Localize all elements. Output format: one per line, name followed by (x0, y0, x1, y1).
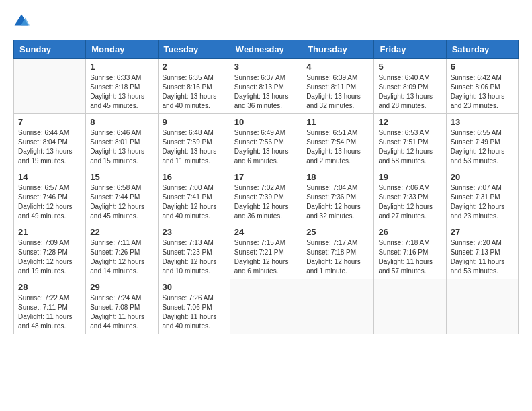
day-info: Sunrise: 7:24 AM Sunset: 7:08 PM Dayligh… (90, 293, 153, 331)
calendar-cell: 14Sunrise: 6:57 AM Sunset: 7:46 PM Dayli… (14, 169, 86, 224)
day-info: Sunrise: 7:20 AM Sunset: 7:13 PM Dayligh… (451, 238, 514, 276)
calendar-cell: 30Sunrise: 7:26 AM Sunset: 7:06 PM Dayli… (158, 279, 230, 334)
column-header-sunday: Sunday (14, 40, 86, 59)
day-number: 19 (378, 172, 441, 182)
day-info: Sunrise: 7:06 AM Sunset: 7:33 PM Dayligh… (378, 183, 441, 221)
calendar-cell: 25Sunrise: 7:17 AM Sunset: 7:18 PM Dayli… (302, 224, 374, 279)
calendar-cell: 6Sunrise: 6:42 AM Sunset: 8:06 PM Daylig… (446, 59, 518, 114)
day-info: Sunrise: 7:13 AM Sunset: 7:23 PM Dayligh… (163, 238, 226, 276)
day-info: Sunrise: 6:42 AM Sunset: 8:06 PM Dayligh… (451, 73, 514, 111)
column-header-saturday: Saturday (446, 40, 518, 59)
logo (13, 13, 32, 30)
day-info: Sunrise: 6:51 AM Sunset: 7:54 PM Dayligh… (306, 128, 369, 166)
day-info: Sunrise: 7:07 AM Sunset: 7:31 PM Dayligh… (451, 183, 514, 221)
calendar-cell: 13Sunrise: 6:55 AM Sunset: 7:49 PM Dayli… (446, 114, 518, 169)
day-number: 11 (306, 117, 369, 127)
day-number: 8 (90, 117, 153, 127)
day-number: 6 (451, 62, 514, 72)
column-header-monday: Monday (86, 40, 158, 59)
day-number: 14 (18, 172, 81, 182)
calendar-cell (302, 279, 374, 334)
column-header-thursday: Thursday (302, 40, 374, 59)
logo-icon (13, 13, 30, 30)
day-number: 4 (306, 62, 369, 72)
calendar-week-row: 21Sunrise: 7:09 AM Sunset: 7:28 PM Dayli… (14, 224, 519, 279)
calendar-cell: 9Sunrise: 6:48 AM Sunset: 7:59 PM Daylig… (158, 114, 230, 169)
day-number: 29 (90, 282, 153, 292)
calendar-cell: 15Sunrise: 6:58 AM Sunset: 7:44 PM Dayli… (86, 169, 158, 224)
calendar-cell: 16Sunrise: 7:00 AM Sunset: 7:41 PM Dayli… (158, 169, 230, 224)
day-number: 12 (378, 117, 441, 127)
column-header-tuesday: Tuesday (158, 40, 230, 59)
day-info: Sunrise: 7:18 AM Sunset: 7:16 PM Dayligh… (378, 238, 441, 276)
day-number: 18 (306, 172, 369, 182)
calendar-cell: 8Sunrise: 6:46 AM Sunset: 8:01 PM Daylig… (86, 114, 158, 169)
day-info: Sunrise: 7:02 AM Sunset: 7:39 PM Dayligh… (234, 183, 298, 221)
calendar-cell: 19Sunrise: 7:06 AM Sunset: 7:33 PM Dayli… (374, 169, 446, 224)
calendar-cell: 21Sunrise: 7:09 AM Sunset: 7:28 PM Dayli… (14, 224, 86, 279)
calendar-cell: 10Sunrise: 6:49 AM Sunset: 7:56 PM Dayli… (230, 114, 302, 169)
calendar-cell (374, 279, 446, 334)
day-info: Sunrise: 6:44 AM Sunset: 8:04 PM Dayligh… (18, 128, 81, 166)
calendar-cell: 26Sunrise: 7:18 AM Sunset: 7:16 PM Dayli… (374, 224, 446, 279)
calendar-cell: 18Sunrise: 7:04 AM Sunset: 7:36 PM Dayli… (302, 169, 374, 224)
calendar-cell: 2Sunrise: 6:35 AM Sunset: 8:16 PM Daylig… (158, 59, 230, 114)
day-info: Sunrise: 7:22 AM Sunset: 7:11 PM Dayligh… (18, 293, 81, 331)
calendar-cell: 24Sunrise: 7:15 AM Sunset: 7:21 PM Dayli… (230, 224, 302, 279)
calendar-cell: 3Sunrise: 6:37 AM Sunset: 8:13 PM Daylig… (230, 59, 302, 114)
column-header-wednesday: Wednesday (230, 40, 302, 59)
day-info: Sunrise: 7:11 AM Sunset: 7:26 PM Dayligh… (90, 238, 153, 276)
day-number: 13 (451, 117, 514, 127)
day-info: Sunrise: 7:00 AM Sunset: 7:41 PM Dayligh… (163, 183, 226, 221)
calendar-cell: 22Sunrise: 7:11 AM Sunset: 7:26 PM Dayli… (86, 224, 158, 279)
day-number: 23 (163, 227, 226, 237)
day-info: Sunrise: 7:15 AM Sunset: 7:21 PM Dayligh… (234, 238, 298, 276)
day-number: 27 (451, 227, 514, 237)
day-number: 9 (163, 117, 226, 127)
day-number: 2 (163, 62, 226, 72)
day-info: Sunrise: 7:09 AM Sunset: 7:28 PM Dayligh… (18, 238, 81, 276)
day-info: Sunrise: 7:26 AM Sunset: 7:06 PM Dayligh… (163, 293, 226, 331)
day-info: Sunrise: 6:39 AM Sunset: 8:11 PM Dayligh… (306, 73, 369, 111)
day-info: Sunrise: 6:58 AM Sunset: 7:44 PM Dayligh… (90, 183, 153, 221)
calendar-cell (14, 59, 86, 114)
calendar-cell: 11Sunrise: 6:51 AM Sunset: 7:54 PM Dayli… (302, 114, 374, 169)
day-number: 24 (234, 227, 298, 237)
calendar-week-row: 28Sunrise: 7:22 AM Sunset: 7:11 PM Dayli… (14, 279, 519, 334)
day-info: Sunrise: 7:04 AM Sunset: 7:36 PM Dayligh… (306, 183, 369, 221)
day-number: 25 (306, 227, 369, 237)
calendar-cell (446, 279, 518, 334)
day-info: Sunrise: 6:35 AM Sunset: 8:16 PM Dayligh… (163, 73, 226, 111)
calendar-cell: 1Sunrise: 6:33 AM Sunset: 8:18 PM Daylig… (86, 59, 158, 114)
day-info: Sunrise: 6:49 AM Sunset: 7:56 PM Dayligh… (234, 128, 298, 166)
day-number: 30 (163, 282, 226, 292)
calendar-cell (230, 279, 302, 334)
calendar-header-row: SundayMondayTuesdayWednesdayThursdayFrid… (14, 40, 519, 59)
page-header (13, 13, 519, 30)
day-number: 26 (378, 227, 441, 237)
calendar-week-row: 1Sunrise: 6:33 AM Sunset: 8:18 PM Daylig… (14, 59, 519, 114)
day-number: 5 (378, 62, 441, 72)
day-info: Sunrise: 6:57 AM Sunset: 7:46 PM Dayligh… (18, 183, 81, 221)
calendar-cell: 4Sunrise: 6:39 AM Sunset: 8:11 PM Daylig… (302, 59, 374, 114)
day-number: 22 (90, 227, 153, 237)
day-number: 3 (234, 62, 298, 72)
column-header-friday: Friday (374, 40, 446, 59)
day-info: Sunrise: 7:17 AM Sunset: 7:18 PM Dayligh… (306, 238, 369, 276)
calendar-cell: 27Sunrise: 7:20 AM Sunset: 7:13 PM Dayli… (446, 224, 518, 279)
calendar-cell: 23Sunrise: 7:13 AM Sunset: 7:23 PM Dayli… (158, 224, 230, 279)
day-info: Sunrise: 6:46 AM Sunset: 8:01 PM Dayligh… (90, 128, 153, 166)
calendar-cell: 20Sunrise: 7:07 AM Sunset: 7:31 PM Dayli… (446, 169, 518, 224)
day-number: 10 (234, 117, 298, 127)
day-info: Sunrise: 6:53 AM Sunset: 7:51 PM Dayligh… (378, 128, 441, 166)
calendar-cell: 12Sunrise: 6:53 AM Sunset: 7:51 PM Dayli… (374, 114, 446, 169)
calendar-week-row: 7Sunrise: 6:44 AM Sunset: 8:04 PM Daylig… (14, 114, 519, 169)
day-info: Sunrise: 6:40 AM Sunset: 8:09 PM Dayligh… (378, 73, 441, 111)
calendar-cell: 29Sunrise: 7:24 AM Sunset: 7:08 PM Dayli… (86, 279, 158, 334)
calendar-week-row: 14Sunrise: 6:57 AM Sunset: 7:46 PM Dayli… (14, 169, 519, 224)
calendar-table: SundayMondayTuesdayWednesdayThursdayFrid… (13, 40, 519, 334)
calendar-cell: 5Sunrise: 6:40 AM Sunset: 8:09 PM Daylig… (374, 59, 446, 114)
day-number: 15 (90, 172, 153, 182)
day-number: 16 (163, 172, 226, 182)
calendar-cell: 7Sunrise: 6:44 AM Sunset: 8:04 PM Daylig… (14, 114, 86, 169)
